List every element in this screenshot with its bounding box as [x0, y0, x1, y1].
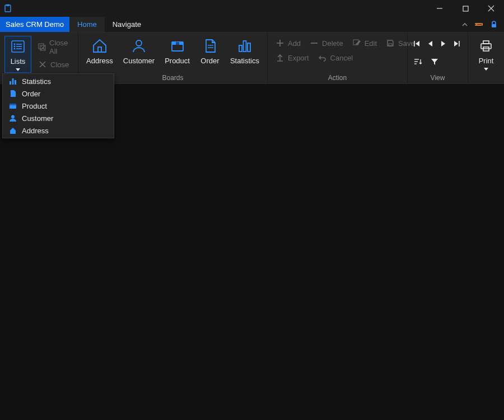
- delete-button[interactable]: Delete: [306, 37, 347, 49]
- tab-bar: Sales CRM Demo Home Navigate: [0, 17, 504, 32]
- filter-icon[interactable]: [430, 57, 439, 66]
- lists-dropdown: Statistics Order Product Customer Addres…: [2, 73, 114, 138]
- nav-next-icon[interactable]: [439, 39, 448, 48]
- lock-icon[interactable]: [489, 20, 498, 29]
- svg-rect-27: [239, 45, 242, 52]
- product-button[interactable]: Product: [161, 36, 193, 66]
- svg-rect-1: [6, 4, 10, 6]
- add-label: Add: [288, 39, 301, 48]
- dropdown-item-label: Order: [22, 90, 40, 98]
- statistics-label: Statistics: [230, 57, 259, 65]
- group-print: Print: [468, 32, 504, 83]
- group-view-label: View: [408, 74, 468, 83]
- dropdown-item-statistics[interactable]: Statistics: [3, 75, 114, 87]
- sort-icon[interactable]: [413, 57, 422, 66]
- address-label: Address: [86, 57, 113, 65]
- svg-point-9: [14, 46, 16, 48]
- dropdown-item-order[interactable]: Order: [3, 87, 114, 100]
- dropdown-item-label: Statistics: [22, 77, 51, 86]
- svg-marker-39: [441, 41, 445, 46]
- home-icon: [91, 37, 109, 55]
- print-label: Print: [479, 57, 494, 65]
- minimize-button[interactable]: [427, 0, 452, 17]
- layers-icon[interactable]: [475, 20, 484, 29]
- svg-marker-40: [454, 41, 458, 46]
- close-all-icon: [38, 43, 46, 52]
- printer-icon: [477, 37, 495, 55]
- close-all-button[interactable]: Close All: [35, 37, 73, 57]
- dropdown-item-address[interactable]: Address: [3, 124, 114, 137]
- dropdown-item-label: Address: [22, 127, 49, 135]
- add-button[interactable]: Add: [272, 37, 304, 49]
- close-button[interactable]: Close: [35, 58, 73, 71]
- undo-icon: [318, 53, 327, 62]
- cancel-button[interactable]: Cancel: [315, 52, 356, 64]
- chart-bar-icon: [8, 77, 17, 86]
- lists-button[interactable]: Lists: [4, 36, 31, 73]
- svg-point-53: [11, 115, 15, 119]
- print-button[interactable]: Print: [473, 36, 500, 72]
- nav-first-icon[interactable]: [412, 39, 421, 48]
- maximize-button[interactable]: [452, 0, 478, 17]
- delete-label: Delete: [322, 39, 343, 48]
- group-view: View: [408, 32, 468, 83]
- dropdown-item-label: Product: [22, 102, 47, 110]
- group-action-label: Action: [268, 74, 407, 83]
- nav-prev-icon[interactable]: [426, 39, 435, 48]
- box-icon: [8, 101, 17, 110]
- nav-last-icon[interactable]: [452, 39, 461, 48]
- svg-rect-52: [10, 104, 16, 105]
- dropdown-item-customer[interactable]: Customer: [3, 112, 114, 124]
- list-icon: [9, 38, 27, 55]
- customer-button[interactable]: Customer: [120, 36, 158, 66]
- edit-button[interactable]: Edit: [349, 37, 380, 49]
- chevron-down-icon: [484, 68, 488, 71]
- export-button[interactable]: Export: [272, 52, 312, 64]
- edit-label: Edit: [365, 39, 377, 48]
- svg-rect-20: [98, 47, 101, 52]
- svg-rect-6: [492, 24, 496, 27]
- app-title[interactable]: Sales CRM Demo: [0, 17, 69, 32]
- svg-rect-50: [15, 80, 16, 85]
- export-icon: [276, 53, 284, 62]
- product-label: Product: [165, 57, 190, 65]
- svg-rect-49: [12, 78, 14, 85]
- svg-rect-28: [243, 41, 246, 52]
- home-icon: [8, 126, 17, 135]
- svg-point-10: [14, 48, 16, 50]
- pencil-icon: [352, 39, 361, 48]
- cancel-label: Cancel: [330, 54, 353, 62]
- minus-icon: [310, 39, 319, 48]
- lists-label: Lists: [11, 57, 26, 66]
- collapse-ribbon-icon[interactable]: [460, 20, 469, 29]
- plus-icon: [276, 39, 284, 48]
- file-icon: [201, 37, 219, 55]
- address-button[interactable]: Address: [83, 36, 116, 66]
- order-button[interactable]: Order: [197, 36, 223, 66]
- group-action: Add Delete Edit Save Export: [268, 32, 408, 83]
- svg-marker-37: [416, 41, 419, 46]
- chart-bar-icon: [236, 37, 254, 55]
- close-window-button[interactable]: [478, 0, 504, 17]
- svg-marker-38: [428, 41, 432, 46]
- export-label: Export: [288, 54, 309, 62]
- chevron-down-icon: [16, 68, 20, 71]
- person-icon: [130, 37, 148, 55]
- svg-point-8: [14, 44, 16, 45]
- dropdown-item-label: Customer: [22, 114, 53, 123]
- dropdown-item-product[interactable]: Product: [3, 100, 114, 112]
- clipboard-icon: [3, 4, 12, 13]
- svg-rect-48: [10, 81, 11, 85]
- svg-rect-0: [5, 5, 11, 12]
- customer-label: Customer: [123, 57, 155, 65]
- box-icon: [169, 37, 186, 55]
- svg-rect-24: [176, 42, 179, 45]
- file-icon: [8, 89, 17, 98]
- tab-home[interactable]: Home: [69, 17, 105, 32]
- group-print-label: [468, 74, 504, 83]
- statistics-button[interactable]: Statistics: [227, 36, 263, 66]
- save-icon: [386, 39, 395, 48]
- person-icon: [8, 114, 17, 123]
- tab-navigate[interactable]: Navigate: [105, 17, 149, 32]
- svg-rect-46: [483, 41, 489, 44]
